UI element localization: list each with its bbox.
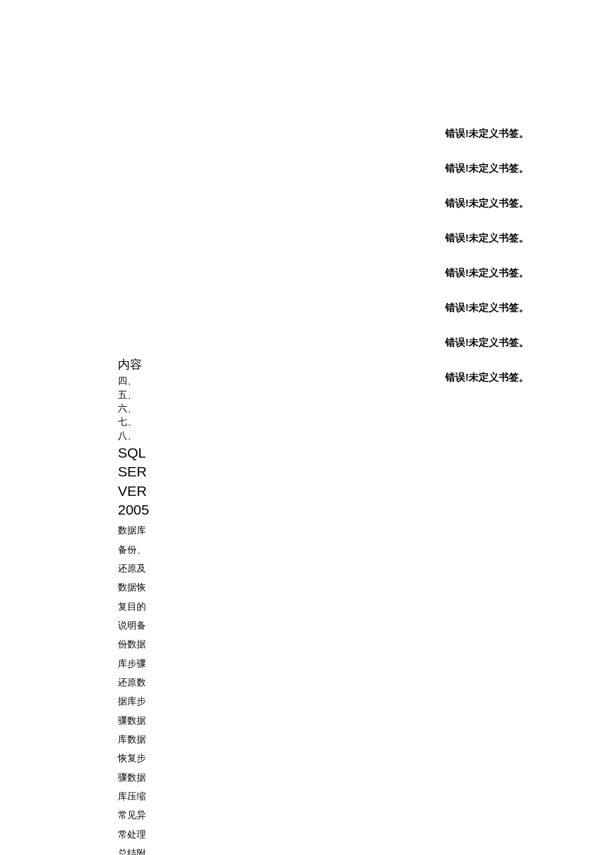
bookmark-error: 错误!未定义书签。 [445,162,529,175]
bookmark-error: 错误!未定义书签。 [445,267,529,279]
content-body-text: 数据库备份、还原及数据恢复目的说明备份数据库步骤还原数据库步骤数据库数据恢复步骤… [118,525,146,855]
error-list: 错误!未定义书签。 错误!未定义书签。 错误!未定义书签。 错误!未定义书签。 … [445,127,529,406]
bookmark-error: 错误!未定义书签。 [445,127,529,140]
content-title-main: SQL SERVER 2005 [118,445,149,517]
content-section-numbers: 四、五、六、七、八、 [118,374,153,442]
document-page: 错误!未定义书签。 错误!未定义书签。 错误!未定义书签。 错误!未定义书签。 … [0,0,616,855]
content-title: SQL SERVER 2005数据库备份、还原及数据恢复目的说明备份数据库步骤还… [118,444,153,855]
bookmark-error: 错误!未定义书签。 [445,302,529,314]
bookmark-error: 错误!未定义书签。 [445,232,529,245]
bookmark-error: 错误!未定义书签。 [445,197,529,210]
bookmark-error: 错误!未定义书签。 [445,371,529,384]
bookmark-error: 错误!未定义书签。 [445,336,529,349]
content-column: 内容 四、五、六、七、八、 SQL SERVER 2005数据库备份、还原及数据… [118,357,153,855]
content-heading: 内容 [118,357,153,373]
